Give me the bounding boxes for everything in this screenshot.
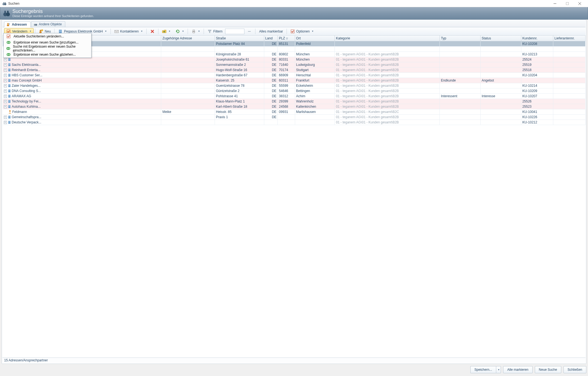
person-icon: [8, 110, 12, 114]
cell-status: [480, 62, 521, 67]
cell-land: DE: [264, 57, 278, 62]
col-kundennr[interactable]: Kundennr.: [521, 36, 553, 41]
cell-kategorie: 01 - teganem AG\01 - Kunden gesamt\B2C: [335, 109, 440, 115]
col-strasse[interactable]: Straße: [215, 36, 264, 41]
dropdown-item[interactable]: Aktuelle Suchkriterien verändern...: [4, 33, 91, 39]
neue-suche-button[interactable]: Neue Suche: [535, 366, 561, 373]
table-row[interactable]: +Sachs Elektroanla...Sonnemannstraße 2DE…: [3, 62, 586, 67]
menu-item-label: Aktuelle Suchkriterien verändern...: [14, 34, 64, 38]
export-button[interactable]: ▼: [160, 28, 173, 35]
row-name: Gemeinschaftspra...: [12, 115, 41, 119]
cell-kategorie: 01 - teganem AG\01 - Kunden gesamt\B2B: [335, 115, 440, 120]
refresh-button[interactable]: ▼: [173, 28, 186, 35]
table-row[interactable]: +Gemeinschaftspra...Praxis 1DE01 - tegan…: [3, 115, 586, 120]
tabs-row: Adressen Andere Objekte: [2, 20, 586, 27]
menu-item-label: Suche mit Ergebnissen einer neuen Suche …: [13, 45, 89, 52]
table-row[interactable]: +ARAMAX AGPohlstrasse 41DE38312Achim01 -…: [3, 94, 586, 99]
cell-land: DE: [264, 115, 278, 120]
row-name: Deutsche Verpack...: [12, 120, 41, 124]
cell-kundennr: KU-10213: [521, 52, 553, 57]
svg-rect-65: [9, 74, 9, 75]
alles-markierbar-button[interactable]: Alles markierbar: [257, 28, 285, 34]
expand-icon[interactable]: +: [4, 69, 7, 72]
expand-icon[interactable]: +: [4, 116, 7, 119]
table-row[interactable]: FeldmannMeikeHeisstr. 85DE09931Marlishau…: [3, 109, 586, 115]
cell-plz: 38312: [278, 94, 295, 99]
table-row[interactable]: +Deutsche Verpack...01 - teganem AG\01 -…: [3, 120, 586, 125]
expand-icon[interactable]: +: [4, 63, 7, 66]
maximize-button[interactable]: [561, 0, 573, 7]
expand-icon[interactable]: +: [4, 95, 7, 98]
close-button[interactable]: [573, 0, 586, 7]
expand-icon[interactable]: +: [4, 105, 7, 108]
col-land[interactable]: Land: [264, 36, 278, 41]
expand-icon[interactable]: +: [4, 121, 7, 124]
cell-typ: [440, 52, 481, 57]
schliessen-button[interactable]: Schließen: [563, 366, 586, 373]
table-row[interactable]: +Autohaus Kuhlma...Karl-Albert-Straße 18…: [3, 104, 586, 109]
expand-icon[interactable]: +: [4, 58, 7, 61]
delete-button[interactable]: [148, 28, 157, 35]
col-ort[interactable]: Ort: [295, 36, 335, 41]
cell-kundennr: [521, 47, 553, 52]
tab-andere-objekte[interactable]: Andere Objekte: [31, 21, 65, 27]
svg-rect-59: [8, 69, 10, 71]
print-button[interactable]: ▼: [189, 28, 202, 35]
bottom-bar: Speichern... ▼ Alle markieren Neue Suche…: [2, 366, 586, 374]
svg-rect-57: [9, 65, 9, 65]
cell-lieferantennr: [553, 78, 586, 83]
speichern-caret[interactable]: ▼: [496, 366, 501, 373]
speichern-split-button[interactable]: Speichern... ▼: [470, 366, 501, 373]
cell-status: [480, 88, 521, 94]
svg-rect-72: [9, 80, 9, 81]
cell-strasse: Potsdamer Platz 84: [215, 41, 264, 47]
alle-markieren-button[interactable]: Alle markieren: [503, 366, 533, 373]
cell-zugehoerige: [161, 78, 215, 83]
col-typ[interactable]: Typ: [440, 36, 481, 41]
cell-typ: [440, 104, 481, 109]
dropdown-item[interactable]: Suche mit Ergebnissen einer neuen Suche …: [4, 45, 91, 52]
status-bar: 15 Adressen/Ansprechpartner: [2, 358, 586, 363]
tab-adressen[interactable]: Adressen: [4, 21, 31, 27]
table-row[interactable]: +mas Concept GmbHKaiserstr. 25DE60311Fra…: [3, 78, 586, 83]
table-row[interactable]: +Technology by Fei...Klaus-Mann-Platz 1D…: [3, 99, 586, 104]
cell-zugehoerige: [161, 41, 215, 47]
expand-icon[interactable]: +: [4, 100, 7, 103]
col-zugehoerige[interactable]: Zugehörige Adresse: [161, 36, 215, 41]
svg-point-20: [41, 29, 43, 31]
cell-typ: Endkunde: [440, 78, 481, 83]
table-row[interactable]: +Zater Handelsges...Guentzelstrasse 78DE…: [3, 83, 586, 88]
clear-filter-button[interactable]: [245, 28, 254, 35]
svg-rect-84: [8, 95, 10, 98]
filter-input[interactable]: [225, 29, 244, 34]
optionen-button[interactable]: Optionen ▼: [288, 28, 316, 35]
col-plz[interactable]: PLZ▽: [278, 36, 295, 41]
svg-rect-63: [10, 70, 10, 71]
kontaktieren-button[interactable]: Kontaktieren ▼: [112, 28, 145, 35]
delete-x-icon: [150, 29, 155, 34]
addresses-icon: [7, 23, 10, 26]
speichern-button[interactable]: Speichern...: [470, 366, 496, 373]
minimize-button[interactable]: [549, 0, 561, 7]
cell-typ: Interessent: [440, 94, 481, 99]
printer-icon: [191, 29, 196, 34]
table-row[interactable]: +HBS Customer Ser...Hardenbergstraße 67D…: [3, 73, 586, 78]
expand-icon[interactable]: +: [4, 79, 7, 82]
cell-kundennr: KU-10214: [521, 83, 553, 88]
expand-icon[interactable]: +: [4, 74, 7, 77]
expand-icon[interactable]: +: [4, 84, 7, 87]
expand-icon[interactable]: +: [4, 90, 7, 93]
table-row[interactable]: +DNA Consulting S...Güntzelstraße 2DE546…: [3, 88, 586, 94]
filtern-button[interactable]: Filtern: [205, 28, 225, 35]
cell-kategorie: 01 - teganem AG\01 - Kunden gesamt\B2B: [335, 67, 440, 73]
dropdown-item[interactable]: Ergebnisse einer neuen Suche abziehen...: [4, 52, 91, 58]
col-lieferantennr[interactable]: Lieferantennr.: [553, 36, 586, 41]
cell-lieferantennr: [553, 62, 586, 67]
col-status[interactable]: Status: [480, 36, 521, 41]
cell-plz: 24568: [278, 104, 295, 109]
cell-plz: 80802: [278, 52, 295, 57]
cell-lieferantennr: [553, 88, 586, 94]
table-row[interactable]: +Reinhardt Enterta...Hugo-Wolf-Straße 16…: [3, 67, 586, 73]
svg-rect-21: [59, 30, 62, 33]
col-kategorie[interactable]: Kategorie: [335, 36, 440, 41]
